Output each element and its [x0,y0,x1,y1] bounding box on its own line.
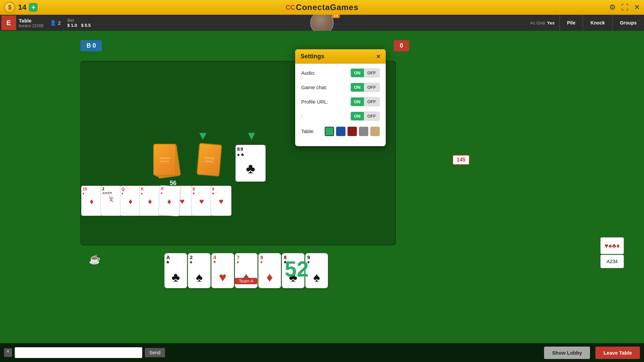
table-info: Table buraco 22169 [19,18,43,28]
coin-icon: $ [4,2,15,13]
coffee-icon: ☕ [89,254,101,265]
settings-modal: Settings × Audio: ON OFF Game chat: ON O… [295,49,386,146]
settings-colon-row: : ON OFF [301,112,380,121]
gamechat-toggle[interactable]: ON OFF [351,83,380,92]
colon-off-button[interactable]: OFF [364,112,379,120]
top-bar-left: $ 14 + [4,2,38,13]
arrow-down-right: ▼ [246,129,258,143]
top-bar: $ 14 + CC ConectaGames ⚙ ⛶ ✕ [0,0,644,15]
color-tan[interactable] [370,127,380,136]
card-10-diamonds: 10 ♦ ♦ [81,186,102,216]
leave-table-button[interactable]: Leave Table [595,347,640,359]
card-group-1: 10 ♦ ♦ J JOKER 🃏 Q ♦ ♦ K ♦ ♦ [81,186,180,216]
color-blue[interactable] [336,127,345,136]
players-info: 👤 2 [50,20,60,26]
coin-amount: 14 [18,3,26,12]
score-b: B 0 [80,40,102,51]
players-count: 2 [58,20,60,26]
blind-amount: $ 0.5 [81,23,91,28]
gamechat-on-button[interactable]: ON [351,83,364,92]
add-coins-button[interactable]: + [29,3,38,12]
top-bar-right: ⚙ ⛶ ✕ [609,3,640,12]
deck-card-back-3: ConectaGames [153,144,176,176]
profileurl-toggle[interactable]: ON OFF [351,97,380,106]
hand-card-2-spades[interactable]: 2 ♠ ♠ [188,253,211,288]
group-cards-icon: ♥♠♣♦ A234 [600,237,624,268]
colon-toggle[interactable]: ON OFF [351,112,380,121]
gamechat-off-button[interactable]: OFF [364,83,379,92]
settings-body: Audio: ON OFF Game chat: ON OFF Profile … [295,64,386,146]
profileurl-off-button[interactable]: OFF [364,98,379,106]
top-bar-center: CC ConectaGames [285,3,359,12]
chat-area: ^ Send Show Lobby Leave Table [0,343,644,362]
hand-card-8-diamonds[interactable]: 8 ♦ ♦ [258,253,281,288]
bet-label: Bet [67,18,91,23]
team-a-badge: Team A [235,278,257,284]
tab-groups[interactable]: Groups [612,15,644,31]
card-group-3: 7 ♥ ♥ 8 ♥ ♥ 9 ♥ ♥ [172,186,231,216]
settings-gamechat-row: Game chat: ON OFF [301,83,380,92]
settings-audio-row: Audio: ON OFF [301,68,380,77]
logo-text: ConectaGames [296,3,359,12]
hand-card-9-spades[interactable]: 9 ♠ ♠ [305,253,328,288]
settings-table-row: Table: [301,126,380,136]
close-icon[interactable]: ✕ [634,3,640,12]
bet-info: Bet $ 1.0 $ 0.5 [67,18,91,28]
score-52: 52 [285,257,309,282]
sub-header: E Table buraco 22169 👤 2 Bet $ 1.0 $ 0.5… [0,15,644,31]
table-id: buraco 22169 [19,23,43,28]
audio-toggle[interactable]: ON OFF [351,68,380,77]
players-icon: 👤 [50,20,56,26]
settings-close-button[interactable]: × [376,53,380,60]
table-color-swatches [325,127,380,136]
hand-card-a-clubs[interactable]: A ♣ ♣ [164,253,187,288]
card-joker: J JOKER 🃏 [101,186,121,216]
score-145: 145 [452,155,470,165]
arrow-down-left: ▼ [197,129,209,143]
score-red: 0 [394,40,409,51]
card-k-diamonds: K ♦ ♦ [140,186,160,216]
card-q-diamonds: Q ♦ ♦ [120,186,141,216]
audio-on-button[interactable]: ON [351,69,364,77]
card-8-hearts: 8 ♥ ♥ [191,186,212,216]
profileurl-on-button[interactable]: ON [351,98,364,106]
discard-card: ConectaGames [197,143,222,177]
bet-amount: $ 1.0 [67,23,77,28]
table-name: Table [19,18,43,23]
open-card: 89 ♠ ♣ ♣ [235,145,266,182]
card-k2-diamonds: K ♦ ♦ [158,185,181,216]
fullscreen-icon[interactable]: ⛶ [621,3,629,12]
chat-input[interactable] [15,347,142,358]
bet-values: $ 1.0 $ 0.5 [67,23,91,28]
ac-grid-label: Ac Grid: Yes [526,15,559,31]
profileurl-label: Profile URL: [301,99,328,105]
color-green[interactable] [325,127,334,136]
color-gray[interactable] [359,127,368,136]
logo-cc: CC [285,4,295,11]
show-lobby-button[interactable]: Show Lobby [544,347,590,359]
color-red[interactable] [347,127,357,136]
settings-title: Settings [301,53,324,60]
card-9-hearts: 9 ♥ ♥ [211,186,231,216]
settings-icon[interactable]: ⚙ [609,3,616,12]
chat-expand-button[interactable]: ^ [4,348,12,357]
gamechat-label: Game chat: [301,84,327,90]
nav-tabs: Ac Grid: Yes Pile Knock Groups [526,15,644,31]
settings-profileurl-row: Profile URL: ON OFF [301,97,380,106]
colon-label: : [301,113,303,119]
audio-label: Audio: [301,70,316,76]
send-button[interactable]: Send [145,348,165,357]
rank-badge: E [1,15,16,30]
colon-on-button[interactable]: ON [351,112,364,120]
tab-knock[interactable]: Knock [583,15,612,31]
audio-off-button[interactable]: OFF [364,69,379,77]
tab-pile[interactable]: Pile [559,15,583,31]
settings-header: Settings × [295,49,386,64]
table-color-label: Table: [301,128,315,134]
hand-card-4-hearts[interactable]: 4 ♥ ♥ [211,253,234,288]
game-area: Team B B 0 0 ▼ ▼ ConectaGames ConectaGam… [0,31,644,362]
